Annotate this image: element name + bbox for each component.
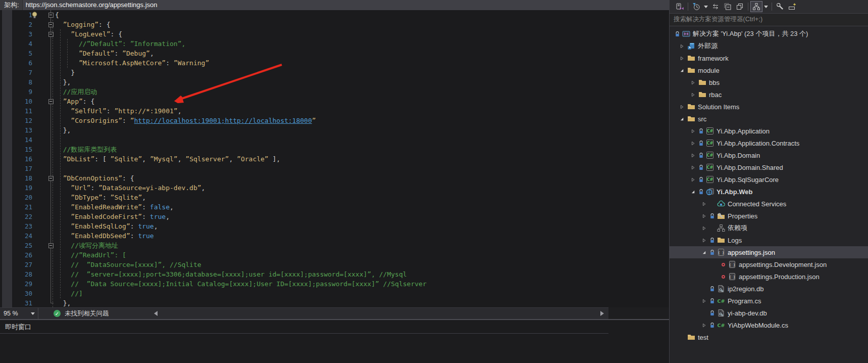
line-number[interactable]: 30 <box>12 289 37 298</box>
code-line-15[interactable]: 15 //数据库类型列表 <box>12 145 669 154</box>
code-line-17[interactable]: 17 <box>12 164 669 173</box>
tree-item-yi-abp-web[interactable]: Yi.Abp.Web <box>670 186 868 198</box>
collapsed-arrow-icon[interactable] <box>688 128 697 134</box>
code-line-24[interactable]: 24 ”EnabledDbSeed”: true <box>12 231 669 241</box>
code-line-25[interactable]: 25 //读写分离地址 <box>12 241 669 250</box>
code-line-3[interactable]: 3 ”LogLevel”: { <box>12 29 669 39</box>
line-number[interactable]: 29 <box>12 279 37 289</box>
collapsed-arrow-icon[interactable] <box>699 238 708 243</box>
code-line-6[interactable]: 6 ”Microsoft.AspNetCore”: ”Warning” <box>12 58 669 68</box>
code-line-27[interactable]: 27 // ”DataSource=[xxxx]”, //Sqlite <box>12 260 669 269</box>
tree-item-logs[interactable]: Logs <box>670 234 868 246</box>
code-line-19[interactable]: 19 ”Url”: ”DataSource=yi-abp-dev.db”, <box>12 183 669 193</box>
schema-url-combobox[interactable]: https://json.schemastore.org/appsettings… <box>22 0 669 10</box>
scroll-right-button[interactable] <box>598 309 606 317</box>
horizontal-scrollbar[interactable]: 95 % ✓ 未找到相关问题 <box>0 307 608 319</box>
collapsed-arrow-icon[interactable] <box>688 153 697 158</box>
line-number[interactable]: 31 <box>12 298 37 307</box>
line-number[interactable]: 17 <box>12 164 37 173</box>
tree-item-external-sources[interactable]: 外部源 <box>670 40 868 52</box>
pending-changes-filter-icon[interactable] <box>690 1 702 12</box>
expanded-arrow-icon[interactable] <box>688 189 697 195</box>
tree-item-yi-abp-sqlsugarcore[interactable]: C#Yi.Abp.SqlSugarCore <box>670 173 868 186</box>
collapsed-arrow-icon[interactable] <box>688 165 697 170</box>
line-number[interactable]: 8 <box>12 77 37 87</box>
code-line-28[interactable]: 28 // ”server=[xxxx];port=3306;database=… <box>12 269 669 279</box>
tree-item-yi-abp-dev-db[interactable]: yi-abp-dev.db <box>670 307 868 319</box>
tree-item-appsettings-json[interactable]: { }appsettings.json <box>670 246 868 258</box>
code-line-16[interactable]: 16 ”DbList”: [ ”Sqlite”, ”Mysql”, ”Sqlse… <box>12 154 669 164</box>
line-number[interactable]: 5 <box>12 49 37 58</box>
collapsed-arrow-icon[interactable] <box>677 104 686 110</box>
code-line-4[interactable]: 4 //”Default”: ”Information”, <box>12 39 669 49</box>
code-line-20[interactable]: 20 ”DbType”: ”Sqlite”, <box>12 193 669 202</box>
code-line-29[interactable]: 29 // ”Data Source=[xxxx];Initial Catalo… <box>12 279 669 289</box>
tree-item-program-cs[interactable]: C#Program.cs <box>670 295 868 307</box>
code-line-30[interactable]: 30 //] <box>12 289 669 298</box>
fold-collapse-box[interactable] <box>47 10 55 20</box>
code-line-8[interactable]: 8 }, <box>12 77 669 87</box>
fold-collapse-box[interactable] <box>47 173 55 183</box>
code-line-7[interactable]: 7 } <box>12 68 669 77</box>
collapsed-arrow-icon[interactable] <box>688 141 697 146</box>
tree-item-rbac[interactable]: rbac <box>670 88 868 101</box>
tree-item-solution-root[interactable]: 解决方案 'Yi.Abp' (23 个项目，共 23 个) <box>670 28 868 40</box>
tree-item-test[interactable]: test <box>670 331 868 343</box>
line-number[interactable]: 26 <box>12 250 37 260</box>
code-line-11[interactable]: 11 ”SelfUrl”: ”http://*:19001”, <box>12 106 669 116</box>
collapsed-arrow-icon[interactable] <box>677 43 686 49</box>
code-line-14[interactable]: 14 <box>12 135 669 145</box>
chevron-down-icon[interactable] <box>762 1 770 12</box>
code-line-2[interactable]: 2 ”Logging”: { <box>12 20 669 29</box>
tree-item-appsettings-development-json[interactable]: { }appsettings.Development.json <box>670 258 868 270</box>
collapsed-arrow-icon[interactable] <box>688 92 697 98</box>
line-number[interactable]: 13 <box>12 125 37 135</box>
line-number[interactable]: 12 <box>12 116 37 125</box>
code-line-31[interactable]: 31 }, <box>12 298 669 307</box>
tree-item-module[interactable]: module <box>670 64 868 76</box>
line-number[interactable]: 7 <box>12 68 37 77</box>
code-line-12[interactable]: 12 ”CorsOrigins”: ”http://localhost:1900… <box>12 116 669 125</box>
tree-item-dependencies[interactable]: 依赖项 <box>670 222 868 234</box>
switch-views-icon[interactable] <box>674 1 686 12</box>
tree-item-framework[interactable]: framework <box>670 52 868 64</box>
fold-collapse-box[interactable] <box>47 20 55 29</box>
code-line-22[interactable]: 22 ”EnabledCodeFirst”: true, <box>12 212 669 221</box>
line-number[interactable]: 20 <box>12 193 37 202</box>
collapsed-arrow-icon[interactable] <box>699 298 708 304</box>
code-editor[interactable]: 1{2 ”Logging”: {3 ”LogLevel”: {4 //”Defa… <box>0 10 669 307</box>
tree-item-yi-abp-application[interactable]: C#Yi.Abp.Application <box>670 125 868 137</box>
collapsed-arrow-icon[interactable] <box>677 56 686 61</box>
line-number[interactable]: 11 <box>12 106 37 116</box>
line-number[interactable]: 25 <box>12 241 37 250</box>
new-view-icon[interactable] <box>786 1 798 12</box>
line-number[interactable]: 23 <box>12 221 37 231</box>
code-line-21[interactable]: 21 ”EnabledReadWrite”: false, <box>12 202 669 212</box>
code-line-9[interactable]: 9 //应用启动 <box>12 87 669 97</box>
document-health-indicator[interactable]: ✓ 未找到相关问题 <box>54 309 109 318</box>
line-number[interactable]: 27 <box>12 260 37 269</box>
collapsed-arrow-icon[interactable] <box>699 323 708 328</box>
collapse-all-icon[interactable] <box>722 1 734 12</box>
chevron-down-icon[interactable] <box>702 1 709 12</box>
line-number[interactable]: 21 <box>12 202 37 212</box>
tree-item-yi-abp-application-contracts[interactable]: C#Yi.Abp.Application.Contracts <box>670 137 868 149</box>
zoom-level-select[interactable]: 95 % <box>0 308 38 319</box>
line-number[interactable]: 15 <box>12 145 37 154</box>
line-number[interactable]: 19 <box>12 183 37 193</box>
fold-collapse-box[interactable] <box>47 97 55 106</box>
tree-item-solution-items[interactable]: Solution Items <box>670 101 868 113</box>
line-number[interactable]: 28 <box>12 269 37 279</box>
line-number[interactable]: 3 <box>12 29 37 39</box>
line-number[interactable]: 10 <box>12 97 37 106</box>
collapsed-arrow-icon[interactable] <box>699 213 708 219</box>
quick-actions-lightbulb-icon[interactable] <box>31 11 38 21</box>
tree-item-appsettings-production-json[interactable]: { }appsettings.Production.json <box>670 270 868 283</box>
immediate-window-title[interactable]: 即时窗口 <box>0 320 608 334</box>
sync-with-active-document-icon[interactable] <box>709 1 722 12</box>
code-line-23[interactable]: 23 ”EnabledSqlLog”: true, <box>12 221 669 231</box>
code-line-18[interactable]: 18 ”DbConnOptions”: { <box>12 173 669 183</box>
expanded-arrow-icon[interactable] <box>677 116 686 122</box>
scroll-left-button[interactable] <box>151 309 160 317</box>
line-number[interactable]: 2 <box>12 20 37 29</box>
